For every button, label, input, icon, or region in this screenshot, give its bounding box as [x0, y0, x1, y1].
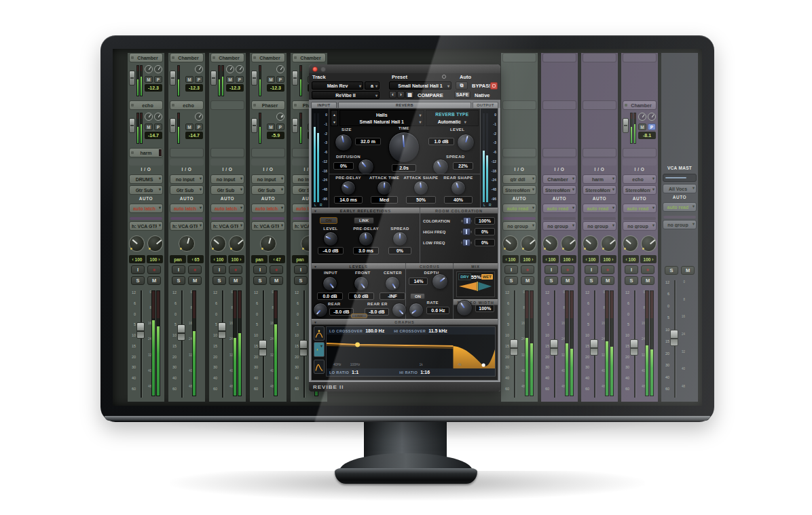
- pan-knob[interactable]: [583, 235, 598, 252]
- preset-selector[interactable]: Small Natural Hall 1: [389, 81, 451, 90]
- send-pan-knob[interactable]: [236, 65, 244, 73]
- levels-center-value[interactable]: -INF: [380, 292, 405, 300]
- input-selector[interactable]: Chamber: [542, 174, 576, 184]
- automation-mode-selector[interactable]: auto latch: [170, 204, 204, 213]
- output-selector[interactable]: Gtr Sub: [210, 185, 244, 195]
- group-selector[interactable]: h: VCA GTR: [170, 221, 204, 231]
- reverb-type-spinner[interactable]: ▲▼: [331, 110, 338, 126]
- output-selector[interactable]: StereoMontr: [542, 185, 576, 195]
- input-selector[interactable]: no input: [210, 174, 244, 184]
- levels-front-value[interactable]: 0.0 dB: [348, 292, 374, 300]
- send-fader[interactable]: [129, 118, 135, 133]
- send-slot-empty[interactable]: [583, 53, 616, 62]
- send-slot-small[interactable]: [542, 159, 576, 166]
- reverb-type-value[interactable]: Automatic: [438, 119, 466, 124]
- solo-button[interactable]: S: [213, 276, 226, 285]
- fader-cap[interactable]: [550, 339, 558, 356]
- pan-knob[interactable]: [260, 235, 276, 252]
- send-slot-empty[interactable]: [170, 148, 204, 157]
- slider-handle[interactable]: [462, 239, 470, 246]
- pan-value[interactable]: ‹ 100: [623, 255, 639, 263]
- automation-mode-selector[interactable]: auto latch: [129, 204, 163, 213]
- send-slot-chamber[interactable]: Chamber: [623, 100, 657, 110]
- send-fader[interactable]: [623, 118, 629, 133]
- send-pre-button[interactable]: P: [276, 76, 284, 83]
- send-fader[interactable]: [292, 118, 298, 133]
- rear-shape-knob[interactable]: [451, 180, 466, 195]
- send-slot-empty[interactable]: [623, 148, 657, 157]
- pan-knob[interactable]: [179, 235, 195, 252]
- send-slot-chamber[interactable]: Chamber: [251, 53, 285, 62]
- lo-crossover-value[interactable]: 180.0 Hz: [365, 328, 384, 333]
- volume-fader[interactable]: [299, 289, 308, 400]
- bypass-button[interactable]: BYPASS: [472, 83, 492, 89]
- volume-fader[interactable]: [629, 289, 639, 400]
- record-arm-button[interactable]: ●: [270, 265, 283, 274]
- send-level-value[interactable]: -12.3: [185, 84, 203, 92]
- output-selector[interactable]: Gtr Sub: [170, 185, 204, 195]
- insert-position-selector[interactable]: a: [365, 81, 380, 90]
- compare-button[interactable]: COMPARE: [418, 92, 443, 98]
- automation-mode-selector[interactable]: auto read: [502, 204, 536, 213]
- send-pre-button[interactable]: P: [154, 123, 162, 130]
- mute-button[interactable]: M: [601, 276, 614, 285]
- send-slot-chamber[interactable]: Chamber: [292, 53, 326, 62]
- graph-plot[interactable]: LO CROSSOVER 180.0 Hz HI CROSSOVER 11.5 …: [326, 326, 496, 377]
- send-pre-button[interactable]: P: [195, 123, 203, 130]
- pan-knob[interactable]: [521, 235, 536, 252]
- pan-knob[interactable]: [561, 235, 576, 252]
- levels-front-knob[interactable]: [354, 276, 369, 291]
- fader-cap[interactable]: [630, 339, 638, 356]
- record-arm-button[interactable]: ●: [147, 265, 161, 274]
- input-monitor-button[interactable]: I: [213, 265, 226, 274]
- minimize-icon[interactable]: [320, 66, 326, 72]
- slider-track[interactable]: [461, 231, 472, 233]
- automation-mode-selector[interactable]: auto read: [583, 204, 616, 213]
- send-pan-knob[interactable]: [648, 113, 656, 121]
- early-predelay-knob[interactable]: [358, 231, 373, 246]
- preset-librarian-icon[interactable]: [442, 75, 446, 79]
- input-monitor-button[interactable]: I: [253, 265, 267, 274]
- input-monitor-button[interactable]: I: [585, 265, 598, 274]
- send-pan-knob[interactable]: [195, 113, 203, 121]
- slider-value[interactable]: 0%: [475, 228, 495, 235]
- input-monitor-button[interactable]: I: [504, 265, 518, 274]
- preset-next-button[interactable]: ›: [397, 91, 405, 98]
- pan-knob[interactable]: [129, 235, 145, 252]
- record-arm-button[interactable]: ●: [601, 265, 614, 274]
- early-predelay-value[interactable]: 3.0 ms: [353, 247, 379, 254]
- send-slot-echo[interactable]: echo: [170, 100, 204, 110]
- send-pan-knob[interactable]: [145, 65, 153, 73]
- close-icon[interactable]: [312, 66, 318, 72]
- send-mute-button[interactable]: M: [145, 76, 153, 83]
- pan-knob[interactable]: [542, 235, 558, 252]
- solo-button[interactable]: S: [545, 276, 558, 285]
- solo-button[interactable]: S: [172, 276, 185, 285]
- pan-knob[interactable]: [601, 235, 616, 252]
- send-level-value[interactable]: -8.1: [638, 132, 656, 139]
- attack-shape-knob[interactable]: [413, 180, 428, 195]
- volume-fader[interactable]: [669, 279, 679, 400]
- send-slot-empty[interactable]: [542, 53, 576, 62]
- mute-button[interactable]: M: [147, 276, 161, 285]
- plugin-titlebar[interactable]: [309, 64, 500, 73]
- pan-knob[interactable]: [502, 235, 518, 252]
- hi-crossover-value[interactable]: 11.5 kHz: [428, 328, 447, 333]
- input-selector[interactable]: gtr ddl: [502, 174, 536, 184]
- tab-output[interactable]: OUTPUT: [473, 102, 498, 108]
- group-selector[interactable]: no group: [583, 221, 616, 231]
- levels-input-value[interactable]: 0.0 dB: [317, 292, 343, 300]
- pan-knob[interactable]: [210, 235, 226, 252]
- pan-value[interactable]: ‹ 100: [210, 255, 227, 263]
- send-level-value[interactable]: -12.3: [226, 84, 244, 92]
- solo-button[interactable]: S: [131, 276, 145, 285]
- send-pre-button[interactable]: P: [236, 76, 244, 83]
- send-slot-empty[interactable]: [542, 100, 576, 110]
- volume-fader[interactable]: [136, 289, 145, 400]
- levels-input-knob[interactable]: [322, 276, 337, 291]
- automation-mode-selector[interactable]: auto latch: [210, 204, 244, 213]
- send-slot-small[interactable]: [583, 159, 616, 166]
- vca-assign-slider[interactable]: [663, 174, 697, 182]
- solo-button[interactable]: S: [585, 276, 598, 285]
- slider-handle[interactable]: [463, 217, 471, 225]
